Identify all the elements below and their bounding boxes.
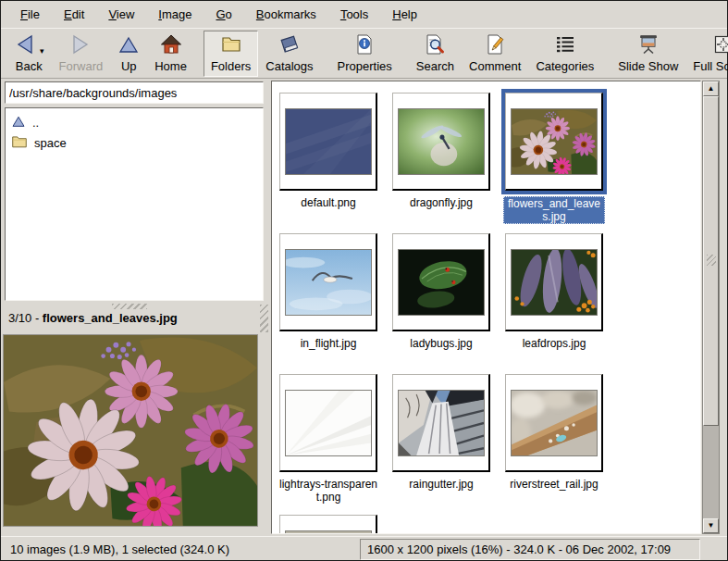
thumbnail-label: dragonfly.jpg: [410, 196, 473, 209]
thumbnail-scrollbar[interactable]: ▲ ▼: [702, 81, 720, 534]
slide-show-button[interactable]: Slide Show: [611, 31, 685, 77]
comment-icon: [484, 33, 506, 59]
thumbnail-item-default[interactable]: default.png: [278, 93, 379, 233]
thumbnail-label: lightrays-transparent.png: [278, 478, 379, 504]
up-button[interactable]: Up: [110, 31, 147, 77]
thumbnail-image-leafdrops: [511, 249, 598, 316]
up-arrow-icon: ▲: [708, 85, 715, 93]
thumbnail-image-raingutter: [398, 390, 485, 456]
full-screen-button[interactable]: Full Screen: [685, 31, 728, 77]
thumbnail-label: riverstreet_rail.jpg: [510, 478, 598, 491]
home-button[interactable]: Home: [147, 31, 194, 77]
menu-bookmarks[interactable]: Bookmarks: [246, 3, 327, 26]
status-image-details: 1600 x 1200 pixels (16%) - 324.0 K - 06 …: [360, 539, 700, 560]
thumbnail-image-riverstreet-rail: [511, 390, 598, 456]
menu-help[interactable]: Help: [382, 3, 427, 26]
pane-splitter-horizontal[interactable]: [112, 304, 147, 309]
thumbnail-image-dragonfly: [398, 108, 485, 175]
folder-item-space[interactable]: space: [7, 132, 261, 153]
forward-button[interactable]: Forward: [52, 31, 111, 77]
thumbnail-label: ladybugs.jpg: [410, 337, 472, 350]
pane-splitter-vertical[interactable]: [260, 305, 268, 332]
up-icon: [117, 33, 140, 59]
folder-item-label: space: [34, 136, 67, 150]
folders-button[interactable]: Folders: [204, 31, 258, 77]
selection-position: 3/10 -: [8, 311, 43, 325]
comment-label: Comment: [469, 59, 521, 73]
thumbnail-frame: [279, 374, 377, 472]
gthumb-window: File Edit View Image Go Bookmarks Tools …: [0, 0, 728, 561]
left-pane: .. space 3/10 - flowers_and_leaves.jpg: [1, 79, 270, 536]
thumbnail-label: leafdrops.jpg: [523, 337, 586, 350]
thumbnail-frame: [279, 515, 377, 534]
thumbnail-label: default.png: [301, 196, 355, 209]
thumbnail-item-ladybugs[interactable]: ladybugs.jpg: [390, 233, 492, 374]
thumbnail-panel: default.png: [271, 81, 701, 534]
main-area: .. space 3/10 - flowers_and_leaves.jpg: [1, 79, 727, 536]
toolbar: ▾ Back Forward Up: [1, 28, 727, 79]
thumbnail-image-default: [285, 108, 372, 175]
menu-go[interactable]: Go: [205, 3, 241, 26]
thumbnail-item-dragonfly[interactable]: dragonfly.jpg: [390, 93, 492, 233]
categories-label: Categories: [536, 59, 594, 73]
thumbnail-item-flowers-and-leaves[interactable]: flowers_and_leaves.jpg: [503, 93, 605, 233]
forward-icon: [69, 33, 92, 59]
thumbnail-frame: [392, 374, 490, 472]
thumbnail-item-in-flight[interactable]: in_flight.jpg: [278, 233, 379, 374]
menu-edit[interactable]: Edit: [54, 3, 94, 26]
location-path-input[interactable]: [5, 81, 264, 104]
up-directory-icon: [11, 114, 26, 131]
up-label: Up: [121, 59, 137, 73]
thumbnail-frame: [505, 374, 603, 472]
menu-image[interactable]: Image: [148, 3, 202, 26]
full-screen-label: Full Screen: [693, 59, 728, 73]
back-history-dropdown-icon[interactable]: ▾: [40, 46, 44, 56]
thumbnail-image-flowers-and-leaves: [511, 108, 598, 175]
thumbnail-image-ladybugs: [398, 249, 485, 316]
forward-label: Forward: [59, 59, 104, 73]
thumbnail-item-raingutter[interactable]: raingutter.jpg: [390, 374, 492, 515]
categories-button[interactable]: Categories: [528, 31, 601, 77]
slide-show-label: Slide Show: [618, 59, 678, 73]
thumbnail-item-leafdrops[interactable]: leafdrops.jpg: [503, 233, 605, 374]
thumbnail-item-lightrays-transparent[interactable]: lightrays-transparent.png: [278, 374, 379, 515]
folders-label: Folders: [211, 59, 251, 73]
folders-icon: [220, 33, 242, 59]
folder-icon: [11, 134, 28, 152]
back-button[interactable]: ▾ Back: [6, 31, 52, 77]
properties-button[interactable]: Properties: [330, 31, 400, 77]
thumbnail-frame: [279, 93, 377, 191]
thumbnail-image-lightrays-transparent: [285, 390, 372, 456]
menu-file[interactable]: File: [10, 3, 50, 26]
comment-button[interactable]: Comment: [462, 31, 528, 77]
slide-show-icon: [637, 33, 660, 59]
scrollbar-up-button[interactable]: ▲: [703, 81, 719, 96]
folder-item-label: ..: [32, 116, 39, 130]
scrollbar-thumb[interactable]: [703, 96, 719, 426]
thumbnail-frame: [392, 93, 490, 191]
status-images-summary: 10 images (1.9 MB), 1 selected (324.0 K): [1, 542, 229, 556]
menu-tools[interactable]: Tools: [330, 3, 378, 26]
thumbnail-item-partial[interactable]: [278, 515, 379, 534]
catalogs-label: Catalogs: [265, 59, 313, 73]
folder-item-parent[interactable]: ..: [7, 112, 261, 132]
selection-filename: flowers_and_leaves.jpg: [43, 311, 178, 325]
folder-list: .. space: [5, 107, 264, 301]
properties-icon: [353, 33, 376, 59]
thumbnail-item-riverstreet-rail[interactable]: riverstreet_rail.jpg: [503, 374, 605, 515]
search-button[interactable]: Search: [409, 31, 462, 77]
search-icon: [424, 33, 446, 59]
menu-bar: File Edit View Image Go Bookmarks Tools …: [1, 1, 727, 28]
down-arrow-icon: ▼: [708, 522, 715, 530]
thumbnail-image-in-flight: [285, 249, 372, 316]
categories-icon: [554, 33, 576, 59]
thumbnail-label: flowers_and_leaves.jpg: [503, 196, 605, 224]
preview-image-flowers: [3, 334, 258, 527]
back-label: Back: [16, 59, 43, 73]
home-label: Home: [154, 59, 187, 73]
scrollbar-grip: [707, 255, 716, 266]
scrollbar-down-button[interactable]: ▼: [703, 518, 719, 533]
thumbnail-image-partial: [285, 530, 372, 535]
menu-view[interactable]: View: [98, 3, 144, 26]
catalogs-button[interactable]: Catalogs: [258, 31, 320, 77]
